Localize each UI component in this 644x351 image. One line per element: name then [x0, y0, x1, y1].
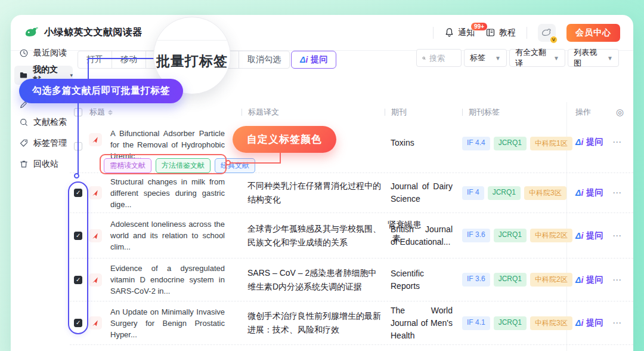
move-button[interactable]: 移动: [112, 51, 146, 68]
column-header-journal: 期刊: [381, 107, 461, 118]
document-title[interactable]: Adolescent loneliness across the world a…: [107, 218, 232, 253]
sidebar-item-tag-management[interactable]: 标签管理: [14, 134, 73, 153]
sidebar-item-document-search[interactable]: 文献检索: [14, 113, 73, 132]
ai-logo-icon: Δi: [300, 55, 308, 64]
jcr-badge: JCRQ1: [494, 273, 527, 287]
document-translation: 微创手术治疗良性前列腺增生的最新进展：技术、风险和疗效: [232, 309, 381, 337]
ai-ask-row-button[interactable]: Δi 提问: [575, 275, 603, 285]
callout-connector-line: [231, 162, 281, 164]
journal-badges: IF 3.6 JCRQ1 中科院2区: [461, 229, 567, 242]
sidebar-item-recycle-bin[interactable]: 回收站: [14, 155, 73, 174]
document-title[interactable]: An Update on Minimally Invasive Surgery …: [107, 306, 232, 340]
document-title[interactable]: Evidence of a dysregulated vitamin D end…: [107, 263, 232, 297]
journal-badges: IF 4 JCRQ1 中科院3区: [461, 186, 567, 200]
pdf-icon: [89, 273, 102, 287]
row-actions: Δi 提问 ⋯: [567, 137, 633, 147]
journal-badges: IF 4.1 JCRQ1 中科院3区: [461, 316, 567, 330]
column-header-journal-tags: 期刊标签: [461, 107, 567, 118]
search-icon: [422, 54, 426, 62]
table-row[interactable]: An Update on Minimally Invasive Surgery …: [70, 301, 633, 345]
chevron-down-icon: ▼: [495, 55, 501, 61]
journal-name: Journal of Dairy Science: [381, 180, 461, 205]
jcr-badge: JCRQ1: [494, 137, 527, 150]
column-header-actions: 操作 ◎: [567, 107, 633, 118]
sidebar-item-label: 文献检索: [33, 117, 67, 128]
cas-badge: 中科院2区: [530, 273, 572, 287]
notifications-button[interactable]: 通知 99+: [444, 27, 475, 38]
ai-ask-button[interactable]: Δi 提问: [291, 51, 336, 69]
sidebar-item-label: 回收站: [33, 159, 58, 170]
pdf-icon: [89, 186, 102, 199]
pdf-icon: [89, 133, 102, 146]
view-mode-value: 列表视图: [574, 47, 603, 69]
column-header-title[interactable]: 标题: [86, 107, 232, 118]
jcr-badge: JCRQ1: [494, 229, 527, 242]
ai-ask-row-button[interactable]: Δi 提问: [575, 187, 603, 198]
translation-filter-dropdown[interactable]: 有全文翻译 ▼: [509, 49, 565, 67]
tags-highlight-box: [100, 154, 227, 174]
sort-icon[interactable]: [108, 110, 113, 115]
tutorial-button[interactable]: 教程: [485, 27, 516, 38]
ai-ask-row-button[interactable]: Δi 提问: [575, 137, 603, 147]
batch-tag-tooltip: 勾选多篇文献后即可批量打标签: [19, 79, 183, 103]
member-center-button[interactable]: 会员中心: [566, 24, 620, 42]
jcr-badge: JCRQ1: [488, 186, 521, 200]
clock-icon: [19, 48, 29, 58]
translation-filter-value: 有全文翻译: [515, 47, 550, 69]
sidebar-item-label: 最近阅读: [33, 48, 67, 59]
open-button[interactable]: 打开: [78, 51, 112, 68]
bell-icon: [444, 27, 454, 38]
ai-ask-label: 提问: [311, 54, 327, 65]
topbar-divider: [433, 27, 434, 39]
vip-badge: V: [550, 36, 558, 44]
more-actions-icon[interactable]: ⋯: [612, 275, 623, 285]
app-header: 小绿鲸英文文献阅读器 通知 99+ 教程: [11, 15, 633, 51]
tag-filter-dropdown[interactable]: 标签 ▼: [464, 49, 507, 67]
uncheck-button[interactable]: 取消勾选: [239, 51, 289, 68]
journal-badges: IF 4.4 JCRQ1 中科院1区: [461, 137, 567, 150]
document-title[interactable]: Structural changes in milk from differen…: [107, 176, 232, 210]
callout-connector-line: [280, 153, 281, 164]
search-field[interactable]: [416, 49, 462, 67]
ai-ask-row-button[interactable]: Δi 提问: [575, 318, 603, 328]
chevron-down-icon: ▾: [70, 72, 73, 78]
view-mode-dropdown[interactable]: 列表视图 ▼: [568, 49, 619, 67]
journal-name: Toxins: [381, 137, 461, 149]
ai-logo-icon: Δi: [575, 188, 583, 198]
pdf-icon: [89, 229, 102, 242]
more-actions-icon[interactable]: ⋯: [612, 187, 623, 198]
connector-dot: [225, 160, 231, 165]
journal-name: The World Journal of Men's Health: [381, 304, 461, 342]
search-input[interactable]: [429, 54, 456, 63]
ai-logo-icon: Δi: [575, 137, 583, 147]
sidebar-item-label: 标签管理: [33, 138, 67, 149]
row-actions: Δi 提问 ⋯: [567, 275, 633, 285]
column-header-translation: 标题译文: [232, 107, 381, 118]
more-actions-icon[interactable]: ⋯: [612, 137, 623, 147]
jcr-badge: JCRQ1: [494, 316, 527, 330]
table-row[interactable]: Structural changes in milk from differen…: [70, 173, 633, 213]
documents-table: 标题 标题译文 期刊 期刊标签 操作 ◎ A Bifunctional Adso…: [70, 104, 633, 345]
pdf-icon: [89, 316, 102, 330]
ai-logo-icon: Δi: [575, 231, 583, 241]
document-translation: 全球青少年孤独感及其与学校氛围、民族文化和学业成绩的关系: [232, 222, 381, 250]
more-actions-icon[interactable]: ⋯: [612, 230, 623, 241]
impact-factor-badge: IF 4.4: [462, 137, 490, 150]
sidebar-item-recent-reading[interactable]: 最近阅读: [14, 44, 73, 63]
search-icon: [19, 118, 29, 127]
more-actions-icon[interactable]: ⋯: [612, 318, 623, 328]
user-avatar[interactable]: V: [538, 24, 556, 42]
ai-ask-row-button[interactable]: Δi 提问: [575, 230, 603, 241]
impact-factor-badge: IF 4.1: [462, 316, 490, 330]
impact-factor-badge: IF 4: [462, 186, 484, 200]
chevron-down-icon: ▼: [607, 55, 613, 61]
table-row[interactable]: Adolescent loneliness across the world a…: [70, 213, 633, 258]
ai-logo-icon: Δi: [575, 318, 583, 328]
table-row[interactable]: Evidence of a dysregulated vitamin D end…: [70, 258, 633, 301]
journal-name: Scientific Reports: [381, 267, 461, 292]
row-actions: Δi 提问 ⋯: [567, 318, 633, 328]
impact-factor-badge: IF 3.6: [462, 229, 490, 242]
callout-connector-line: [78, 102, 79, 174]
cas-badge: 中科院3区: [530, 316, 572, 330]
column-settings-icon[interactable]: ◎: [616, 107, 624, 118]
